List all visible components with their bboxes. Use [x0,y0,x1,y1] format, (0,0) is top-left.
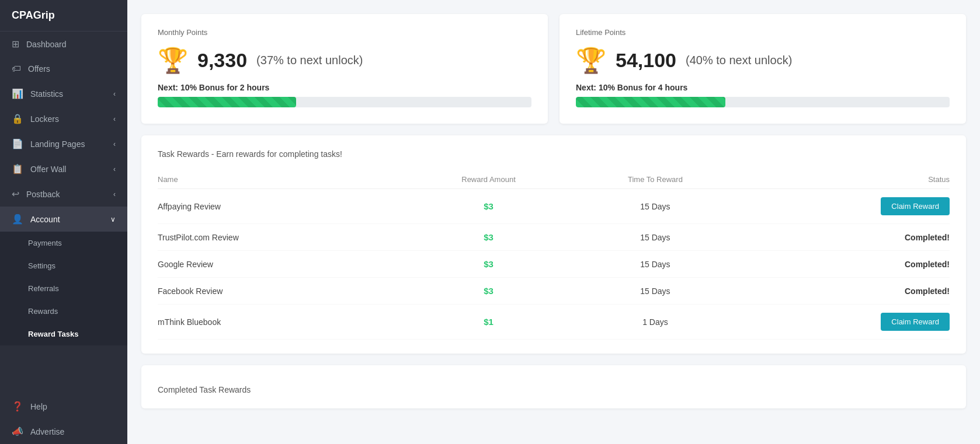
postback-icon: ↩ [12,188,19,200]
monthly-points-value: 9,330 [197,49,247,72]
sidebar-item-rewards[interactable]: Rewards [0,300,127,323]
sidebar-item-advertise[interactable]: 📣 Advertise [0,419,127,444]
offers-icon: 🏷 [12,64,21,74]
sidebar-item-label: Dashboard [26,40,67,49]
lifetime-trophy-icon: 🏆 [576,46,606,75]
sidebar-item-dashboard[interactable]: ⊞ Dashboard [0,32,127,57]
sidebar-item-label: Offer Wall [30,165,66,174]
lifetime-next-label: Next: 10% Bonus for 4 hours [576,83,950,92]
lifetime-points-label: Lifetime Points [576,28,950,37]
claim-reward-button[interactable]: Claim Reward [881,313,950,331]
account-submenu: Payments Settings Referrals Rewards Rewa… [0,232,127,345]
chevron-icon: ‹ [113,90,116,98]
task-table-header-row: Name Reward Amount Time To Reward Status [158,170,950,189]
offer-wall-icon: 📋 [12,163,23,174]
task-rewards-title: Task Rewards - Earn rewards for completi… [158,149,950,159]
task-time: 15 Days [571,189,739,224]
table-row: Affpaying Review$315 DaysClaim Reward [158,189,950,224]
advertise-icon: 📣 [12,426,23,437]
sidebar-item-account[interactable]: 👤 Account ∨ [0,207,127,232]
lifetime-progress-bg [576,97,950,107]
task-reward: $3 [406,278,571,305]
lifetime-points-subtext: (40% to next unlock) [686,54,792,67]
sidebar-item-help[interactable]: ❓ Help [0,394,127,419]
status-completed-label: Completed! [905,233,950,242]
lifetime-points-row: 🏆 54,100 (40% to next unlock) [576,46,950,75]
sidebar-item-label: Landing Pages [30,139,85,149]
chevron-icon: ‹ [113,140,116,148]
monthly-progress-bg [158,97,531,107]
lifetime-progress-fill [576,97,725,107]
task-name: TrustPilot.com Review [158,224,406,251]
monthly-next-label: Next: 10% Bonus for 2 hours [158,83,531,92]
task-time: 15 Days [571,278,739,305]
help-label: Help [30,402,47,411]
sidebar-item-reward-tasks[interactable]: Reward Tasks [0,323,127,345]
col-status: Status [739,170,950,189]
monthly-points-row: 🏆 9,330 (37% to next unlock) [158,46,531,75]
landing-pages-icon: 📄 [12,138,23,149]
sidebar-item-label: Statistics [30,89,63,99]
sidebar-item-label: Postback [26,190,60,199]
sidebar-item-landing-pages[interactable]: 📄 Landing Pages ‹ [0,131,127,156]
lifetime-points-card: Lifetime Points 🏆 54,100 (40% to next un… [559,14,966,124]
table-row: mThink Bluebook$11 DaysClaim Reward [158,305,950,340]
task-reward: $3 [406,251,571,278]
task-time: 15 Days [571,224,739,251]
sidebar: CPAGrip ⊞ Dashboard 🏷 Offers 📊 Statistic… [0,0,127,444]
dashboard-icon: ⊞ [12,39,19,50]
col-reward: Reward Amount [406,170,571,189]
chevron-icon: ‹ [113,190,116,198]
table-row: TrustPilot.com Review$315 DaysCompleted! [158,224,950,251]
sidebar-item-lockers[interactable]: 🔒 Lockers ‹ [0,106,127,131]
sidebar-item-statistics[interactable]: 📊 Statistics ‹ [0,81,127,106]
statistics-icon: 📊 [12,88,23,99]
main-content: Monthly Points 🏆 9,330 (37% to next unlo… [127,0,980,444]
col-name: Name [158,170,406,189]
status-completed-label: Completed! [905,260,950,269]
task-time: 1 Days [571,305,739,340]
task-status: Completed! [739,224,950,251]
sidebar-item-referrals[interactable]: Referrals [0,277,127,300]
monthly-points-subtext: (37% to next unlock) [256,54,363,67]
task-reward: $3 [406,189,571,224]
claim-reward-button[interactable]: Claim Reward [881,197,950,215]
settings-label: Settings [28,261,55,270]
sidebar-item-label: Offers [28,64,50,74]
task-reward: $1 [406,305,571,340]
sidebar-item-offers[interactable]: 🏷 Offers [0,57,127,81]
points-cards-row: Monthly Points 🏆 9,330 (37% to next unlo… [141,14,966,124]
reward-tasks-label: Reward Tasks [28,330,78,338]
sidebar-item-label: Account [30,215,60,224]
sidebar-logo: CPAGrip [0,0,127,32]
account-icon: 👤 [12,214,23,225]
task-rewards-table: Name Reward Amount Time To Reward Status… [158,170,950,340]
monthly-points-label: Monthly Points [158,28,531,37]
col-time: Time To Reward [571,170,739,189]
completed-rewards-title: Completed Task Rewards [158,379,950,394]
sidebar-item-settings[interactable]: Settings [0,254,127,277]
status-completed-label: Completed! [905,286,950,296]
task-name: Affpaying Review [158,189,406,224]
task-name: mThink Bluebook [158,305,406,340]
chevron-down-icon: ∨ [110,215,116,223]
task-name: Google Review [158,251,406,278]
chevron-icon: ‹ [113,115,116,123]
monthly-trophy-icon: 🏆 [158,46,188,75]
lockers-icon: 🔒 [12,113,23,124]
chevron-icon: ‹ [113,165,116,173]
sidebar-item-postback[interactable]: ↩ Postback ‹ [0,181,127,207]
table-row: Google Review$315 DaysCompleted! [158,251,950,278]
lifetime-points-value: 54,100 [616,49,676,72]
table-row: Facebook Review$315 DaysCompleted! [158,278,950,305]
help-icon: ❓ [12,401,23,412]
task-status: Completed! [739,251,950,278]
task-status[interactable]: Claim Reward [739,305,950,340]
task-status[interactable]: Claim Reward [739,189,950,224]
task-status: Completed! [739,278,950,305]
monthly-points-card: Monthly Points 🏆 9,330 (37% to next unlo… [141,14,548,124]
sidebar-item-payments[interactable]: Payments [0,232,127,254]
sidebar-item-offer-wall[interactable]: 📋 Offer Wall ‹ [0,156,127,181]
sidebar-item-label: Lockers [30,114,59,124]
referrals-label: Referrals [28,284,59,293]
